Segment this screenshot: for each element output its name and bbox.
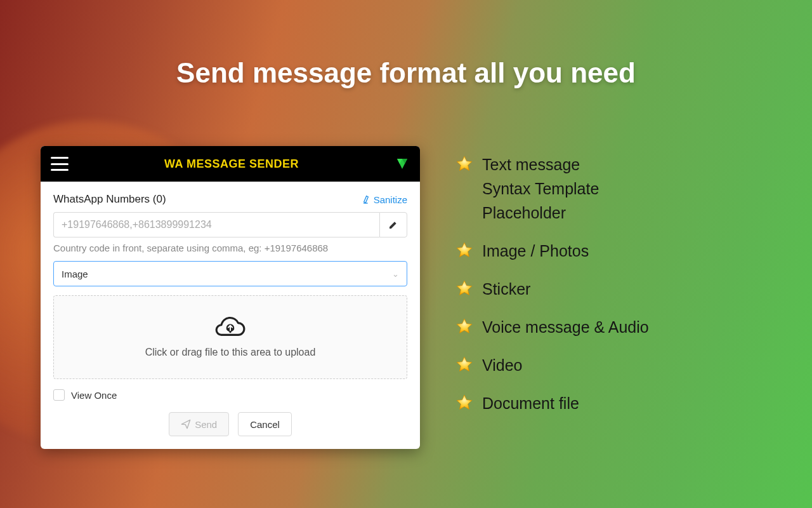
feature-text: Sticker (482, 277, 530, 301)
page-title: Send message format all you need (0, 57, 812, 89)
cancel-button-label: Cancel (250, 419, 280, 430)
feature-item: Video (455, 353, 785, 377)
view-once-checkbox[interactable] (53, 389, 65, 401)
chevron-down-icon: ⌄ (392, 269, 399, 279)
send-button[interactable]: Send (169, 412, 229, 436)
feature-item: Voice message & Audio (455, 315, 785, 339)
select-value: Image (62, 269, 88, 279)
upload-dropzone[interactable]: Click or drag file to this area to uploa… (53, 295, 407, 379)
edit-numbers-button[interactable] (379, 212, 407, 237)
feature-item: Image / Photos (455, 239, 785, 263)
pencil-icon (388, 220, 398, 230)
star-icon (455, 394, 473, 411)
feature-text: Text messageSyntax TemplatePlaceholder (482, 152, 599, 225)
panel-body: WhatsApp Numbers (0) Sanitize Country co… (41, 182, 420, 449)
feature-text: Voice message & Audio (482, 315, 649, 339)
star-icon (455, 155, 473, 173)
feature-list: Text messageSyntax TemplatePlaceholder I… (455, 152, 785, 429)
sanitize-link-label: Sanitize (374, 194, 407, 205)
message-type-select[interactable]: Image ⌄ (53, 261, 407, 286)
view-once-label: View Once (71, 390, 117, 401)
dropzone-text: Click or drag file to this area to uploa… (145, 347, 316, 358)
star-icon (455, 279, 473, 297)
send-button-label: Send (195, 419, 217, 430)
app-panel: WA MESSAGE SENDER WhatsApp Numbers (0) S… (41, 146, 420, 449)
cancel-button[interactable]: Cancel (238, 412, 292, 436)
star-icon (455, 318, 473, 335)
feature-item: Sticker (455, 277, 785, 301)
feature-text: Video (482, 353, 523, 377)
sanitize-link[interactable]: Sanitize (362, 194, 407, 205)
phone-numbers-input[interactable] (53, 212, 379, 237)
feature-item: Document file (455, 391, 785, 415)
star-icon (455, 241, 473, 259)
cloud-upload-icon (214, 316, 246, 342)
gem-icon[interactable] (395, 156, 410, 171)
hamburger-menu-icon[interactable] (51, 157, 69, 171)
feature-text: Image / Photos (482, 239, 589, 263)
send-icon (181, 419, 191, 429)
star-icon (455, 356, 473, 373)
sanitize-icon (362, 194, 372, 204)
feature-item: Text messageSyntax TemplatePlaceholder (455, 152, 785, 225)
panel-header: WA MESSAGE SENDER (41, 146, 420, 182)
feature-text: Document file (482, 391, 579, 415)
panel-header-title: WA MESSAGE SENDER (69, 157, 395, 171)
numbers-label: WhatsApp Numbers (0) (53, 193, 166, 206)
phone-hint: Country code in front, separate using co… (53, 243, 407, 253)
